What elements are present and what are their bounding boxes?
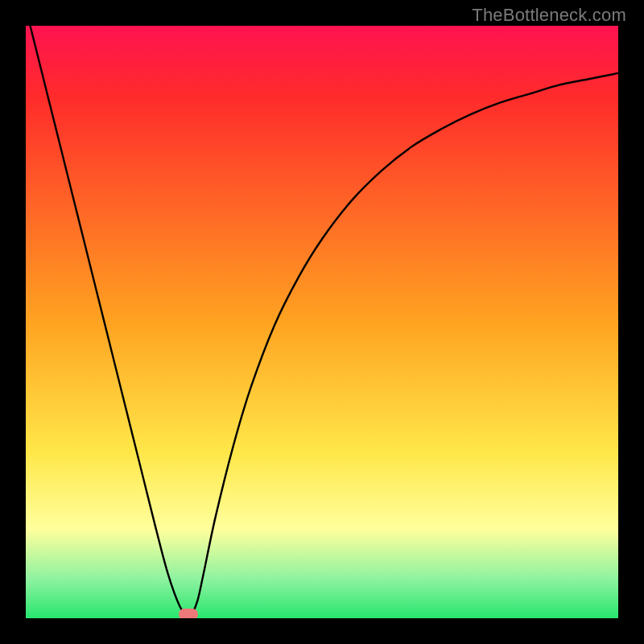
optimal-point-marker: [179, 609, 198, 618]
plot-area: [26, 26, 618, 618]
watermark-text: TheBottleneck.com: [472, 5, 626, 26]
bottleneck-curve: [26, 26, 618, 618]
chart-frame: TheBottleneck.com: [0, 0, 644, 644]
